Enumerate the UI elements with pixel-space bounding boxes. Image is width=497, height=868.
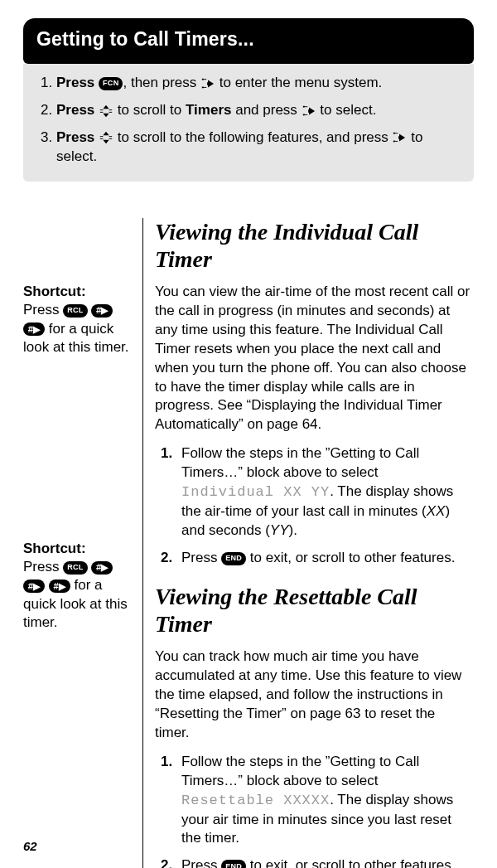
step-3: Press to scroll to the following feature… <box>56 129 459 167</box>
text: to exit, or scroll to other features. <box>250 550 456 565</box>
header-title: Getting to Call Timers... <box>36 28 254 50</box>
step-bold: Timers <box>186 102 231 118</box>
hash-key-icon: #▶ <box>91 561 113 575</box>
svg-rect-17 <box>308 109 310 113</box>
shortcut-press: Press <box>23 559 59 575</box>
var-xx: XX <box>427 503 446 519</box>
text: Press <box>181 550 217 565</box>
hash-key-icon: #▶ <box>49 579 70 593</box>
svg-rect-27 <box>393 141 395 143</box>
step-text: to select. <box>320 102 376 118</box>
display-text: Individual XX YY <box>181 484 330 500</box>
var-yy: YY <box>270 522 289 538</box>
display-text: Resettable XXXXX <box>181 793 330 808</box>
header-bar: Getting to Call Timers... <box>23 18 474 64</box>
svg-rect-9 <box>109 109 113 110</box>
step-text: to scroll to the following features, and… <box>118 129 388 145</box>
svg-marker-18 <box>103 132 109 136</box>
step-text: to enter the menu system. <box>220 75 383 90</box>
fcn-key-icon: FCN <box>99 77 123 90</box>
svg-rect-29 <box>399 137 401 140</box>
sidebar: Shortcut: Press RCL #▶ #▶ for a quick lo… <box>23 218 131 868</box>
nav-updown-icon <box>99 130 113 145</box>
svg-rect-1 <box>202 78 204 80</box>
text: Follow the steps in the ”Getting to Call… <box>181 754 419 788</box>
page-number: 62 <box>23 838 37 855</box>
content-row: Shortcut: Press RCL #▶ #▶ for a quick lo… <box>23 218 474 868</box>
shortcut-label: Shortcut: <box>23 540 131 558</box>
step-text: to scroll to <box>118 102 181 118</box>
list-item: Press END to exit, or scroll to other fe… <box>176 549 472 568</box>
page-root: Getting to Call Timers... Press FCN, the… <box>0 0 497 868</box>
section-title: Viewing the Resettable Call Timer <box>155 583 472 638</box>
svg-marker-19 <box>103 140 109 144</box>
hash-key-icon: #▶ <box>91 304 113 318</box>
text: ). <box>288 522 297 538</box>
step-label: Press <box>56 129 94 145</box>
step-1: Press FCN, then press to enter the menu … <box>56 74 459 93</box>
svg-rect-10 <box>100 111 104 112</box>
svg-marker-7 <box>103 113 109 117</box>
section1-steps: Follow the steps in the ”Getting to Call… <box>155 444 472 568</box>
nav-right-icon <box>392 131 407 144</box>
step-2: Press to scroll to Timers and press to s… <box>56 101 459 120</box>
svg-rect-15 <box>302 114 304 115</box>
shortcut-label: Shortcut: <box>23 283 131 301</box>
shortcut-press: Press <box>23 302 59 318</box>
rcl-key-icon: RCL <box>63 561 87 575</box>
svg-rect-13 <box>302 105 304 107</box>
text: to exit, or scroll to other features. <box>250 857 456 868</box>
text: Press <box>181 857 217 868</box>
svg-rect-3 <box>202 86 204 88</box>
hash-key-icon: #▶ <box>23 322 45 336</box>
svg-rect-11 <box>109 111 113 112</box>
text: Follow the steps in the ”Getting to Call… <box>181 445 419 480</box>
section-para: You can view the air-time of the most re… <box>155 283 472 435</box>
main-column: Viewing the Individual Call Timer You ca… <box>142 218 474 868</box>
svg-rect-25 <box>393 133 395 134</box>
step-text: and press <box>235 102 297 118</box>
end-key-icon: END <box>221 552 246 565</box>
section-title: Viewing the Individual Call Timer <box>155 218 472 273</box>
list-item: Follow the steps in the ”Getting to Call… <box>176 753 472 849</box>
steps-box: Press FCN, then press to enter the menu … <box>23 64 474 182</box>
end-key-icon: END <box>221 860 246 868</box>
step-text: , then press <box>123 75 196 90</box>
svg-marker-28 <box>399 134 405 142</box>
svg-marker-6 <box>103 104 109 109</box>
step-label: Press <box>56 102 94 118</box>
svg-marker-16 <box>309 107 315 114</box>
nav-right-icon <box>200 77 215 90</box>
shortcut-1: Shortcut: Press RCL #▶ #▶ for a quick lo… <box>23 283 131 357</box>
list-item: Follow the steps in the ”Getting to Call… <box>176 444 472 541</box>
svg-rect-22 <box>100 138 104 139</box>
shortcut-2: Shortcut: Press RCL #▶ #▶ #▶ for a quick… <box>23 540 131 633</box>
section2-steps: Follow the steps in the ”Getting to Call… <box>155 753 472 868</box>
svg-rect-20 <box>100 137 104 138</box>
list-item: Press END to exit, or scroll to other fe… <box>176 856 472 868</box>
nav-updown-icon <box>99 104 113 119</box>
hash-key-icon: #▶ <box>23 579 45 593</box>
svg-rect-8 <box>100 109 104 110</box>
rcl-key-icon: RCL <box>63 304 87 318</box>
steps-list: Press FCN, then press to enter the menu … <box>38 74 459 167</box>
section-para: You can track how much air time you have… <box>155 647 472 743</box>
svg-marker-4 <box>208 80 214 87</box>
svg-rect-5 <box>207 82 209 85</box>
svg-rect-23 <box>109 138 113 139</box>
step-label: Press <box>56 75 94 90</box>
nav-right-icon <box>302 104 316 118</box>
svg-rect-21 <box>109 137 113 138</box>
